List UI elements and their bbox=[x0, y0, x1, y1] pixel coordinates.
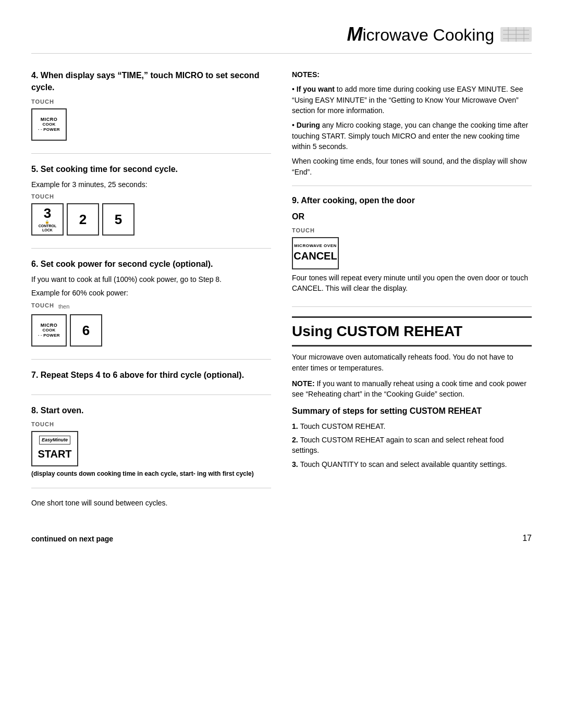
summary-item-1: 1.Touch CUSTOM REHEAT. bbox=[292, 421, 532, 431]
display-note: (display counts down cooking time in eac… bbox=[31, 470, 271, 478]
page-title: Microwave Cooking bbox=[347, 21, 494, 48]
step8-heading: 8. Start oven. bbox=[31, 404, 271, 416]
control-lock-label: 🔒CONTROLLOCK bbox=[39, 220, 57, 232]
note-item-1: If you want to add more time during cook… bbox=[292, 84, 532, 116]
micro-label: MICRO bbox=[41, 117, 58, 122]
step6-button-row: MICRO COOK · · POWER 6 bbox=[31, 314, 271, 347]
step6-then-label: then bbox=[58, 303, 69, 311]
step6-heading: 6. Set cook power for second cycle (opti… bbox=[31, 258, 271, 270]
easy-minute-label: EasyMinute bbox=[39, 436, 70, 445]
key-3-num: 3 bbox=[44, 206, 51, 220]
step8-section: 8. Start oven. TOUCH EasyMinute START (d… bbox=[31, 404, 271, 488]
note-inline-rest: If you want to manually reheat using a c… bbox=[292, 379, 527, 398]
summary-item-3: 3.Touch QUANTITY to scan and select avai… bbox=[292, 459, 532, 470]
step6-touch-label: TOUCH bbox=[31, 302, 54, 310]
step7-heading: 7. Repeat Steps 4 to 6 above for third c… bbox=[31, 369, 271, 381]
key-6: 6 bbox=[70, 314, 102, 347]
note-2-bold: During bbox=[297, 121, 320, 129]
key-2-num: 2 bbox=[79, 213, 87, 226]
step9-heading: 9. After cooking, open the door bbox=[292, 194, 532, 206]
step9-touch-label: TOUCH bbox=[292, 227, 532, 235]
summary-2-num: 2. bbox=[292, 436, 298, 444]
summary-1-num: 1. bbox=[292, 422, 298, 430]
page-title-block: Microwave Cooking bbox=[347, 21, 532, 48]
custom-reheat-title: Using CUSTOM REHEAT bbox=[292, 316, 532, 347]
key-3: 3 🔒CONTROLLOCK bbox=[31, 203, 64, 236]
step4-button-row: MICRO COOK · · POWER bbox=[31, 108, 271, 141]
title-rest: icrowave Cooking bbox=[362, 26, 494, 44]
summary-item-2: 2.Touch CUSTOM REHEAT again to scan and … bbox=[292, 435, 532, 456]
notes-list: If you want to add more time during cook… bbox=[292, 84, 532, 152]
using-label: Using bbox=[292, 323, 337, 339]
start-label: START bbox=[38, 447, 71, 462]
custom-reheat-bold: CUSTOM REHEAT bbox=[337, 323, 463, 339]
summary-2-text: Touch CUSTOM REHEAT again to scan and se… bbox=[292, 436, 504, 454]
power-label-6: · · POWER bbox=[38, 333, 60, 338]
cook-label-6: COOK bbox=[42, 328, 55, 333]
left-column: 4. When display says “TIME,” touch MICRO… bbox=[31, 69, 271, 511]
title-m: M bbox=[347, 23, 362, 45]
summary-heading: Summary of steps for setting CUSTOM REHE… bbox=[292, 405, 532, 417]
note-1-bold: If you want bbox=[297, 85, 335, 93]
note-inline-bold: NOTE: bbox=[292, 379, 315, 388]
summary-3-num: 3. bbox=[292, 460, 298, 468]
step6-section: 6. Set cook power for second cycle (opti… bbox=[31, 258, 271, 360]
key-2: 2 bbox=[67, 203, 99, 236]
key-5-num: 5 bbox=[115, 213, 122, 226]
key-6-num: 6 bbox=[82, 324, 90, 337]
page-footer: continued on next page 17 bbox=[31, 527, 532, 544]
step9-section: 9. After cooking, open the door OR TOUCH… bbox=[292, 194, 532, 307]
step9-or: OR bbox=[292, 211, 532, 223]
main-content: 4. When display says “TIME,” touch MICRO… bbox=[31, 69, 532, 511]
page-header: Microwave Cooking bbox=[31, 21, 532, 54]
power-label: · · POWER bbox=[38, 127, 60, 132]
cancel-button: MICROWAVE OVEN CANCEL bbox=[292, 237, 339, 269]
step5-section: 5. Set cooking time for second cycle. Ex… bbox=[31, 163, 271, 249]
custom-reheat-desc: Your microwave oven automatically reheat… bbox=[292, 352, 532, 373]
step6-touch-then-row: TOUCH then bbox=[31, 302, 271, 312]
step8-button-row: EasyMinute START bbox=[31, 431, 271, 466]
step9-desc: Four tones will repeat every minute unti… bbox=[292, 273, 532, 294]
step5-button-row: 3 🔒CONTROLLOCK 2 5 bbox=[31, 203, 271, 236]
note-item-2: During any Micro cooking stage, you can … bbox=[292, 120, 532, 152]
micro-button-step6: MICRO COOK · · POWER bbox=[31, 314, 67, 347]
step9-button-row: MICROWAVE OVEN CANCEL bbox=[292, 237, 532, 269]
notes-section: NOTES: If you want to add more time duri… bbox=[292, 69, 532, 186]
step6-example: Example for 60% cook power: bbox=[31, 288, 271, 298]
notes-heading: NOTES: bbox=[292, 69, 532, 80]
step8-touch-label: TOUCH bbox=[31, 421, 271, 429]
step4-heading: 4. When display says “TIME,” touch MICRO… bbox=[31, 69, 271, 93]
start-button: EasyMinute START bbox=[31, 431, 78, 466]
one-short-tone: One short tone will sound between cycles… bbox=[31, 498, 271, 508]
custom-reheat-note: NOTE: If you want to manually reheat usi… bbox=[292, 378, 532, 400]
end-note: When cooking time ends, four tones will … bbox=[292, 156, 532, 177]
step4-touch-label: TOUCH bbox=[31, 98, 271, 106]
summary-1-text: Touch CUSTOM REHEAT. bbox=[300, 422, 386, 430]
micro-label-6: MICRO bbox=[41, 323, 58, 328]
key-5: 5 bbox=[102, 203, 134, 236]
cook-label: COOK bbox=[42, 122, 55, 127]
continued-text: continued on next page bbox=[31, 534, 113, 544]
note-2-rest: any Micro cooking stage, you can change … bbox=[292, 121, 528, 151]
cancel-label: CANCEL bbox=[293, 249, 337, 264]
step7-section: 7. Repeat Steps 4 to 6 above for third c… bbox=[31, 369, 271, 395]
microwave-oven-label: MICROWAVE OVEN bbox=[294, 243, 337, 249]
step5-touch-label: TOUCH bbox=[31, 193, 271, 201]
custom-reheat-section: Using CUSTOM REHEAT Your microwave oven … bbox=[292, 316, 532, 470]
step4-section: 4. When display says “TIME,” touch MICRO… bbox=[31, 69, 271, 153]
page-number: 17 bbox=[522, 532, 532, 544]
step5-heading: 5. Set cooking time for second cycle. bbox=[31, 163, 271, 175]
step5-example: Example for 3 minutes, 25 seconds: bbox=[31, 179, 271, 190]
micro-button-step4: MICRO COOK · · POWER bbox=[31, 108, 67, 141]
summary-list: 1.Touch CUSTOM REHEAT. 2.Touch CUSTOM RE… bbox=[292, 421, 532, 470]
right-column: NOTES: If you want to add more time duri… bbox=[292, 69, 532, 511]
summary-3-text: Touch QUANTITY to scan and select availa… bbox=[300, 460, 507, 468]
step6-desc1: If you want to cook at full (100%) cook … bbox=[31, 274, 271, 285]
logo-icon bbox=[500, 25, 532, 44]
